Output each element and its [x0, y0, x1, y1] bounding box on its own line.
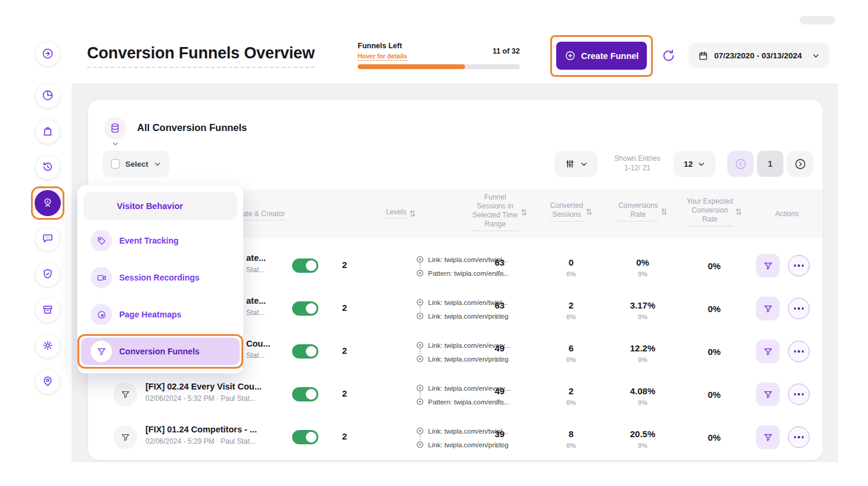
select-checkbox[interactable]	[111, 159, 120, 169]
open-funnel-button[interactable]	[756, 297, 780, 320]
level-node-icon	[416, 312, 424, 320]
funnel-enabled-toggle[interactable]	[292, 430, 318, 444]
toggle-knob	[306, 346, 317, 357]
privacy-shield-icon	[42, 268, 54, 282]
funnel-enabled-toggle[interactable]	[292, 387, 318, 401]
open-funnel-button[interactable]	[756, 339, 780, 363]
flyout-item-page-heatmaps[interactable]: Page Heatmaps	[78, 298, 243, 331]
sidebar-item-panel-toggle[interactable]	[36, 42, 60, 66]
funnel-sessions-cell: 490%	[470, 343, 529, 363]
level-node-icon	[416, 427, 424, 435]
expected-rate-cell: 0%	[684, 390, 744, 400]
sort-icon	[736, 208, 742, 216]
funnel-enabled-toggle[interactable]	[292, 344, 318, 359]
plus-circle-icon	[565, 50, 576, 61]
funnel-sessions-cell: 490%	[470, 386, 529, 406]
table-row: [FIX] 02.24 Every Visit Cou... 02/06/202…	[88, 373, 823, 416]
level-node-icon	[416, 441, 424, 448]
calendar-icon	[698, 51, 708, 61]
open-funnel-button[interactable]	[756, 425, 780, 449]
heatmap-icon	[91, 304, 112, 325]
sidebar-item-privacy[interactable]	[36, 263, 60, 286]
sidebar-item-settings[interactable]	[36, 334, 60, 358]
more-actions-button[interactable]	[788, 384, 810, 405]
funnel-name[interactable]: Cou...	[246, 339, 401, 348]
more-actions-button[interactable]	[788, 298, 810, 319]
funnel-sessions-cell: 630%	[470, 257, 529, 278]
shown-entries-label: Shown Entries	[602, 154, 673, 163]
level-connector	[420, 392, 421, 397]
expected-rate-cell: 0%	[684, 347, 744, 357]
sidebar-item-ecommerce[interactable]	[36, 120, 60, 144]
column-header-date-creator[interactable]: Date & Creator	[237, 210, 285, 220]
sidebar-item-location[interactable]	[36, 370, 60, 394]
open-funnel-button[interactable]	[756, 254, 780, 278]
page-number-button[interactable]: 1	[757, 151, 783, 177]
funnel-name[interactable]: ate...	[246, 296, 401, 306]
refresh-icon	[662, 49, 675, 63]
ellipsis-icon	[794, 307, 804, 310]
page-size-dropdown[interactable]: 12	[674, 151, 715, 177]
arrow-right-circle-icon	[794, 158, 807, 170]
funnels-left-label: Funnels Left	[358, 42, 402, 50]
statistics-pie-icon	[42, 89, 54, 103]
converted-sessions-cell: 80%	[541, 429, 601, 449]
panel-chevron-icon[interactable]	[112, 141, 119, 147]
level-node-icon	[416, 298, 424, 306]
modules-box-icon	[42, 304, 54, 317]
expected-rate-cell: 0%	[684, 261, 744, 271]
conversions-rate-cell: 12.2%0%	[613, 343, 672, 363]
sidebar-item-statistics[interactable]	[36, 84, 60, 108]
refresh-button[interactable]	[655, 42, 681, 68]
column-header-funnel-sessions[interactable]: Funnel Sessions in Selected Time Range	[464, 193, 535, 231]
flyout-item-event-tracking[interactable]: Event Tracking	[78, 224, 243, 257]
funnel-name[interactable]: ate...	[246, 253, 401, 263]
funnel-name[interactable]: [FIX] 01.24 Competitors - ...	[145, 425, 300, 434]
sidebar-item-visitor-behavior[interactable]	[35, 190, 61, 216]
conversions-rate-cell: 0%0%	[613, 257, 672, 278]
level-node-icon	[416, 355, 424, 363]
funnel-enabled-toggle[interactable]	[292, 301, 318, 316]
funnel-type-icon	[113, 425, 137, 449]
tag-icon	[91, 230, 112, 251]
funnel-enabled-toggle[interactable]	[292, 258, 318, 273]
sidebar-item-feedback[interactable]	[36, 227, 60, 251]
flyout-item-conversion-funnels[interactable]: Conversion Funnels	[78, 335, 243, 368]
open-funnel-button[interactable]	[756, 382, 780, 406]
funnel-meta: 02/06/2024 - 5:29 PM · Paul Stat...	[145, 437, 300, 446]
column-header-actions: Actions	[757, 210, 817, 218]
chevron-down-icon	[812, 52, 820, 60]
location-pin-icon	[42, 375, 54, 389]
converted-sessions-cell: 20%	[541, 386, 601, 406]
funnels-left-progress-fill	[358, 64, 465, 69]
level-connector	[420, 349, 421, 354]
sidebar-item-history[interactable]	[36, 155, 60, 179]
levels-value: 2	[327, 431, 362, 441]
column-header-converted-sessions[interactable]: Converted Sessions	[535, 201, 607, 222]
shown-entries: Shown Entries 1-12/ 21	[602, 154, 673, 173]
next-page-button[interactable]	[787, 151, 813, 177]
create-funnel-button[interactable]: Create Funnel	[556, 42, 647, 70]
levels-value: 2	[327, 388, 362, 398]
column-header-conversions-rate[interactable]: Conversions Rate	[607, 201, 678, 222]
flyout-item-session-recordings[interactable]: Session Recordings	[78, 261, 243, 294]
funnel-meta: 02/06/2024 - 5:32 PM · Paul Stat...	[145, 394, 300, 403]
funnel-meta: Stat...	[246, 309, 401, 317]
column-header-expected-rate[interactable]: Your Expected Conversion Rate	[678, 197, 750, 226]
select-dropdown[interactable]: Select	[103, 151, 169, 177]
funnel-name[interactable]: [FIX] 02.24 Every Visit Cou...	[145, 382, 300, 391]
more-actions-button[interactable]	[788, 255, 810, 276]
funnel-type-icon	[113, 382, 137, 406]
history-icon	[42, 161, 54, 175]
sidebar-item-modules[interactable]	[36, 298, 60, 322]
previous-page-button[interactable]	[727, 151, 754, 177]
more-actions-button[interactable]	[788, 341, 810, 362]
level-node-icon	[416, 341, 424, 349]
column-settings-dropdown[interactable]	[554, 151, 597, 177]
funnels-left-hint[interactable]: Hover for details	[358, 52, 407, 61]
converted-sessions-cell: 20%	[541, 300, 601, 320]
select-label: Select	[125, 160, 148, 169]
column-header-levels[interactable]: Levels	[371, 208, 430, 219]
date-range-picker[interactable]: 07/23/2020 - 03/13/2024	[689, 43, 829, 68]
more-actions-button[interactable]	[788, 426, 810, 448]
